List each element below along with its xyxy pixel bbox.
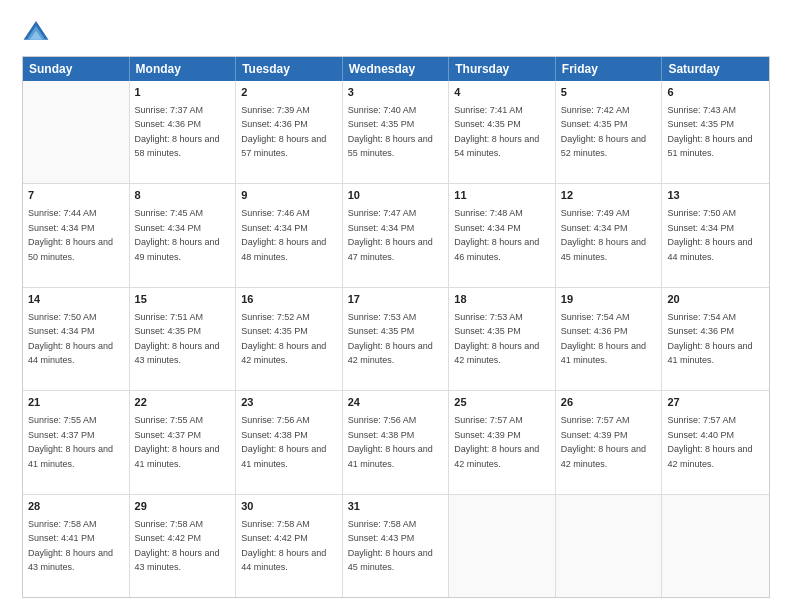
cell-info: Sunrise: 7:58 AMSunset: 4:42 PMDaylight:… [135,519,220,573]
calendar-cell: 24Sunrise: 7:56 AMSunset: 4:38 PMDayligh… [343,391,450,493]
calendar-cell: 26Sunrise: 7:57 AMSunset: 4:39 PMDayligh… [556,391,663,493]
calendar-week-5: 28Sunrise: 7:58 AMSunset: 4:41 PMDayligh… [23,495,769,597]
cell-info: Sunrise: 7:49 AMSunset: 4:34 PMDaylight:… [561,208,646,262]
day-number: 12 [561,188,657,204]
day-number: 17 [348,292,444,308]
day-number: 24 [348,395,444,411]
cell-info: Sunrise: 7:42 AMSunset: 4:35 PMDaylight:… [561,105,646,159]
calendar-cell: 15Sunrise: 7:51 AMSunset: 4:35 PMDayligh… [130,288,237,390]
day-number: 11 [454,188,550,204]
cell-info: Sunrise: 7:53 AMSunset: 4:35 PMDaylight:… [454,312,539,366]
day-number: 9 [241,188,337,204]
day-number: 4 [454,85,550,101]
page: SundayMondayTuesdayWednesdayThursdayFrid… [0,0,792,612]
calendar-week-1: 1Sunrise: 7:37 AMSunset: 4:36 PMDaylight… [23,81,769,184]
calendar-cell: 28Sunrise: 7:58 AMSunset: 4:41 PMDayligh… [23,495,130,597]
day-number: 30 [241,499,337,515]
calendar-cell: 1Sunrise: 7:37 AMSunset: 4:36 PMDaylight… [130,81,237,183]
day-number: 29 [135,499,231,515]
day-number: 23 [241,395,337,411]
calendar-cell [662,495,769,597]
calendar-cell [23,81,130,183]
header [22,18,770,46]
day-number: 6 [667,85,764,101]
cell-info: Sunrise: 7:58 AMSunset: 4:43 PMDaylight:… [348,519,433,573]
calendar-cell: 20Sunrise: 7:54 AMSunset: 4:36 PMDayligh… [662,288,769,390]
day-number: 3 [348,85,444,101]
calendar-body: 1Sunrise: 7:37 AMSunset: 4:36 PMDaylight… [23,81,769,597]
day-header-thursday: Thursday [449,57,556,81]
calendar-cell: 12Sunrise: 7:49 AMSunset: 4:34 PMDayligh… [556,184,663,286]
day-header-saturday: Saturday [662,57,769,81]
day-number: 19 [561,292,657,308]
day-number: 22 [135,395,231,411]
calendar-cell: 3Sunrise: 7:40 AMSunset: 4:35 PMDaylight… [343,81,450,183]
cell-info: Sunrise: 7:50 AMSunset: 4:34 PMDaylight:… [28,312,113,366]
calendar-week-3: 14Sunrise: 7:50 AMSunset: 4:34 PMDayligh… [23,288,769,391]
day-header-friday: Friday [556,57,663,81]
cell-info: Sunrise: 7:41 AMSunset: 4:35 PMDaylight:… [454,105,539,159]
logo [22,18,54,46]
cell-info: Sunrise: 7:57 AMSunset: 4:39 PMDaylight:… [561,415,646,469]
calendar-header: SundayMondayTuesdayWednesdayThursdayFrid… [23,57,769,81]
calendar-cell: 23Sunrise: 7:56 AMSunset: 4:38 PMDayligh… [236,391,343,493]
calendar-cell: 30Sunrise: 7:58 AMSunset: 4:42 PMDayligh… [236,495,343,597]
day-number: 7 [28,188,124,204]
day-number: 18 [454,292,550,308]
cell-info: Sunrise: 7:39 AMSunset: 4:36 PMDaylight:… [241,105,326,159]
calendar-cell: 11Sunrise: 7:48 AMSunset: 4:34 PMDayligh… [449,184,556,286]
cell-info: Sunrise: 7:57 AMSunset: 4:39 PMDaylight:… [454,415,539,469]
day-number: 16 [241,292,337,308]
calendar-cell: 29Sunrise: 7:58 AMSunset: 4:42 PMDayligh… [130,495,237,597]
cell-info: Sunrise: 7:57 AMSunset: 4:40 PMDaylight:… [667,415,752,469]
day-number: 15 [135,292,231,308]
day-number: 26 [561,395,657,411]
calendar-cell: 10Sunrise: 7:47 AMSunset: 4:34 PMDayligh… [343,184,450,286]
cell-info: Sunrise: 7:52 AMSunset: 4:35 PMDaylight:… [241,312,326,366]
cell-info: Sunrise: 7:55 AMSunset: 4:37 PMDaylight:… [28,415,113,469]
cell-info: Sunrise: 7:37 AMSunset: 4:36 PMDaylight:… [135,105,220,159]
calendar-cell: 17Sunrise: 7:53 AMSunset: 4:35 PMDayligh… [343,288,450,390]
cell-info: Sunrise: 7:55 AMSunset: 4:37 PMDaylight:… [135,415,220,469]
day-number: 25 [454,395,550,411]
cell-info: Sunrise: 7:51 AMSunset: 4:35 PMDaylight:… [135,312,220,366]
day-number: 8 [135,188,231,204]
day-number: 13 [667,188,764,204]
calendar-cell: 27Sunrise: 7:57 AMSunset: 4:40 PMDayligh… [662,391,769,493]
calendar-week-2: 7Sunrise: 7:44 AMSunset: 4:34 PMDaylight… [23,184,769,287]
day-number: 21 [28,395,124,411]
calendar-cell: 4Sunrise: 7:41 AMSunset: 4:35 PMDaylight… [449,81,556,183]
logo-icon [22,18,50,46]
cell-info: Sunrise: 7:44 AMSunset: 4:34 PMDaylight:… [28,208,113,262]
cell-info: Sunrise: 7:43 AMSunset: 4:35 PMDaylight:… [667,105,752,159]
cell-info: Sunrise: 7:54 AMSunset: 4:36 PMDaylight:… [667,312,752,366]
calendar-cell: 2Sunrise: 7:39 AMSunset: 4:36 PMDaylight… [236,81,343,183]
day-number: 1 [135,85,231,101]
calendar-cell: 21Sunrise: 7:55 AMSunset: 4:37 PMDayligh… [23,391,130,493]
cell-info: Sunrise: 7:45 AMSunset: 4:34 PMDaylight:… [135,208,220,262]
cell-info: Sunrise: 7:56 AMSunset: 4:38 PMDaylight:… [348,415,433,469]
day-number: 14 [28,292,124,308]
calendar-cell: 22Sunrise: 7:55 AMSunset: 4:37 PMDayligh… [130,391,237,493]
day-header-monday: Monday [130,57,237,81]
calendar-cell [449,495,556,597]
calendar-cell: 16Sunrise: 7:52 AMSunset: 4:35 PMDayligh… [236,288,343,390]
cell-info: Sunrise: 7:58 AMSunset: 4:41 PMDaylight:… [28,519,113,573]
calendar-cell [556,495,663,597]
calendar-cell: 19Sunrise: 7:54 AMSunset: 4:36 PMDayligh… [556,288,663,390]
calendar-cell: 9Sunrise: 7:46 AMSunset: 4:34 PMDaylight… [236,184,343,286]
cell-info: Sunrise: 7:46 AMSunset: 4:34 PMDaylight:… [241,208,326,262]
calendar-cell: 14Sunrise: 7:50 AMSunset: 4:34 PMDayligh… [23,288,130,390]
cell-info: Sunrise: 7:58 AMSunset: 4:42 PMDaylight:… [241,519,326,573]
calendar-week-4: 21Sunrise: 7:55 AMSunset: 4:37 PMDayligh… [23,391,769,494]
day-number: 10 [348,188,444,204]
calendar-cell: 18Sunrise: 7:53 AMSunset: 4:35 PMDayligh… [449,288,556,390]
day-number: 5 [561,85,657,101]
calendar-cell: 5Sunrise: 7:42 AMSunset: 4:35 PMDaylight… [556,81,663,183]
cell-info: Sunrise: 7:50 AMSunset: 4:34 PMDaylight:… [667,208,752,262]
calendar-cell: 25Sunrise: 7:57 AMSunset: 4:39 PMDayligh… [449,391,556,493]
calendar-cell: 7Sunrise: 7:44 AMSunset: 4:34 PMDaylight… [23,184,130,286]
cell-info: Sunrise: 7:47 AMSunset: 4:34 PMDaylight:… [348,208,433,262]
day-number: 2 [241,85,337,101]
calendar-cell: 8Sunrise: 7:45 AMSunset: 4:34 PMDaylight… [130,184,237,286]
